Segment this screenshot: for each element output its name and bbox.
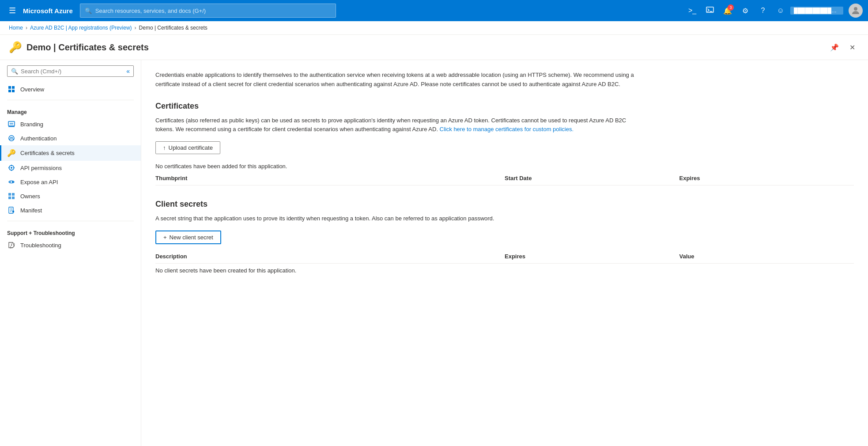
manifest-icon [7,207,16,214]
secrets-col-expires: Expires [505,253,679,260]
app-logo: Microsoft Azure [23,7,73,15]
svg-rect-20 [8,197,11,199]
sidebar-item-expose-api[interactable]: Expose an API [0,175,141,189]
upload-icon: ↑ [163,144,166,151]
settings-btn[interactable]: ⚙ [737,3,753,19]
page-title: Demo | Certificates & secrets [26,42,149,53]
cloud-shell-btn[interactable] [702,3,718,19]
sidebar-item-expose-label: Expose an API [20,179,58,185]
sidebar-item-troubleshooting[interactable]: Troubleshooting [0,238,141,252]
user-avatar[interactable] [849,4,863,18]
global-search[interactable]: 🔍 Search resources, services, and docs (… [80,4,336,18]
sidebar-divider-manage [7,100,134,100]
close-icon: ✕ [849,43,855,52]
secrets-table-header: Description Expires Value [155,249,854,264]
pin-icon: 📌 [830,43,839,52]
pin-button[interactable]: 📌 [827,40,842,54]
user-name-display[interactable]: ████████████████ [790,7,843,15]
close-button[interactable]: ✕ [845,40,859,54]
branding-icon [7,121,16,128]
sidebar-section-support: Support + Troubleshooting [0,225,141,238]
breadcrumb-home[interactable]: Home [9,25,23,31]
new-client-secret-button[interactable]: + New client secret [155,231,221,244]
feedback-btn[interactable]: ☺ [773,3,789,19]
search-placeholder: Search resources, services, and docs (G+… [95,8,206,14]
breadcrumb-app-reg[interactable]: Azure AD B2C | App registrations (Previe… [30,25,132,31]
top-nav-right-actions: >_ 🔔 3 ⚙ ? ☺ ████████████████ [684,3,863,19]
page-header-actions: 📌 ✕ [827,40,859,54]
help-icon: ? [761,7,765,15]
page-header: 🔑 Demo | Certificates & secrets 📌 ✕ [0,35,868,60]
sidebar-divider-support [7,221,134,221]
gear-icon: ⚙ [742,7,748,15]
no-certs-message: No certificates have been added for this… [155,159,854,171]
svg-point-27 [11,245,12,246]
svg-point-11 [11,167,12,169]
api-icon [7,164,16,171]
hamburger-menu[interactable]: ☰ [5,4,19,17]
sidebar-item-owners[interactable]: Owners [0,189,141,203]
search-icon: 🔍 [85,8,92,14]
help-btn[interactable]: ? [755,3,771,19]
certs-table-header: Thumbprint Start Date Expires [155,171,854,185]
sidebar-item-branding[interactable]: Branding [0,117,141,131]
breadcrumb-current: Demo | Certificates & secrets [139,25,208,31]
sidebar-item-authentication[interactable]: Authentication [0,131,141,145]
sidebar-collapse-btn[interactable]: « [126,68,130,75]
cloud-shell-icon [706,6,714,15]
svg-rect-21 [12,197,15,199]
sidebar-item-api-label: API permissions [20,165,62,171]
sidebar-item-owners-label: Owners [20,193,40,200]
top-navigation: ☰ Microsoft Azure 🔍 Search resources, se… [0,0,868,21]
new-secret-button-label: New client secret [170,234,213,241]
sidebar-section-manage: Manage [0,104,141,117]
breadcrumb: Home › Azure AD B2C | App registrations … [0,21,868,35]
svg-point-16 [12,181,14,183]
sidebar-item-branding-label: Branding [20,121,43,128]
sidebar-item-manifest[interactable]: Manifest [0,203,141,217]
breadcrumb-sep-1: › [26,25,27,31]
svg-rect-3 [12,86,15,89]
svg-point-1 [854,7,857,11]
sidebar-search-input[interactable] [21,68,124,75]
notifications-btn[interactable]: 🔔 3 [720,3,736,19]
troubleshooting-icon [7,242,16,249]
sidebar-item-overview-label: Overview [20,86,44,93]
main-content: Credentials enable applications to ident… [141,60,868,446]
new-secret-icon: + [163,234,167,241]
secrets-col-value: Value [679,253,854,260]
certificates-table: No certificates have been added for this… [155,159,854,185]
cert-policy-link[interactable]: Click here to manage certificates for cu… [440,126,574,132]
page-header-icon: 🔑 [9,41,22,53]
upload-certificate-button[interactable]: ↑ Upload certificate [155,141,220,154]
notification-badge: 3 [728,4,734,11]
svg-rect-4 [8,90,11,92]
arrow-annotation-new-secret: ► [141,231,143,243]
client-secrets-section: Client secrets A secret string that the … [155,200,854,276]
client-secrets-desc: A secret string that the application use… [155,214,641,223]
credentials-intro: Credentials enable applications to ident… [155,71,641,89]
certs-col-expires: Expires [679,175,854,181]
svg-point-17 [10,181,11,183]
terminal-icon-btn[interactable]: >_ [684,3,700,19]
sidebar-search-container[interactable]: 🔍 « [7,65,134,77]
main-layout: 🔍 « Overview Manage [0,60,868,446]
sidebar-item-api-permissions[interactable]: API permissions [0,161,141,175]
expose-icon [7,178,16,185]
sidebar-item-overview[interactable]: Overview [0,82,141,96]
owners-icon [7,193,16,200]
feedback-icon: ☺ [777,7,784,15]
certs-col-start-date: Start Date [505,175,679,181]
client-secrets-table: Description Expires Value No client secr… [155,249,854,276]
sidebar-item-troubleshooting-label: Troubleshooting [20,242,61,249]
sidebar-item-auth-label: Authentication [20,135,57,142]
sidebar-item-certificates[interactable]: 🔑 Certificates & secrets ◀ [0,145,141,161]
certificates-section: Certificates Certificates (also referred… [155,102,854,186]
no-secrets-message: No client secrets have been created for … [155,264,854,276]
breadcrumb-sep-2: › [135,25,136,31]
auth-icon [7,135,16,142]
upload-button-label: Upload certificate [169,144,213,151]
svg-rect-5 [12,90,15,92]
sidebar-item-manifest-label: Manifest [20,207,42,214]
client-secrets-title: Client secrets [155,200,854,209]
